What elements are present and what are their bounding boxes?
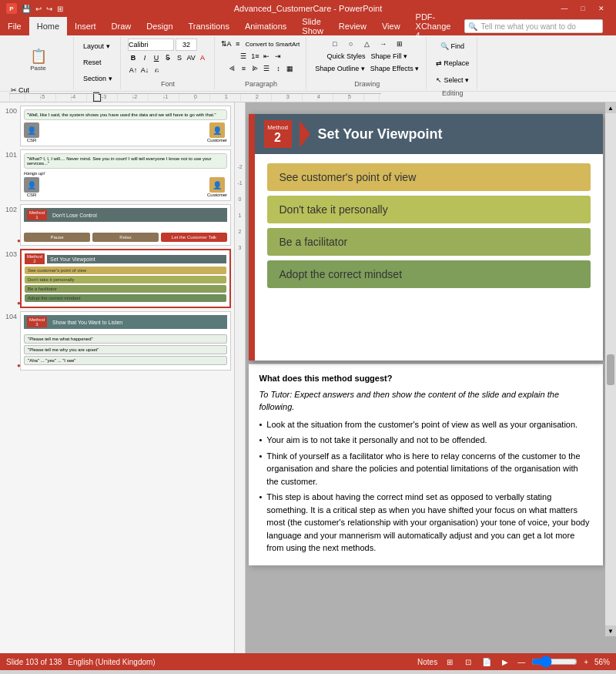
slide-item-102[interactable]: 102 Method 1 Don't Lose Control Pause Re… xyxy=(3,204,231,246)
shape-effects-button[interactable]: Shape Effects ▾ xyxy=(368,63,421,74)
quick-styles-button[interactable]: Quick Styles xyxy=(324,51,367,62)
section-button[interactable]: Section ▾ xyxy=(80,71,116,86)
shape-2[interactable]: ○ xyxy=(343,39,359,49)
select-button[interactable]: ↖ Select ▾ xyxy=(433,72,472,88)
tab-pdfxchange[interactable]: PDF-XChange 4 xyxy=(408,17,459,35)
reset-button[interactable]: Reset xyxy=(80,55,105,70)
expand-icon[interactable]: ⊞ xyxy=(55,5,65,13)
replace-button[interactable]: ⇄ Replace xyxy=(433,55,472,71)
arrange-button[interactable]: ⊞ xyxy=(392,39,407,49)
bold-button[interactable]: B xyxy=(128,52,139,63)
slide-thumb-100[interactable]: "Well, like I said, the system shows you… xyxy=(20,106,231,146)
main-slide-container[interactable]: Method 2 Set Your Viewpoint See customer… xyxy=(249,114,603,360)
paragraph-group: ⇅A ≡ Convert to SmartArt ☰ 1≡ ⇤ ⇥ ⫷ ≡ ⫸ … xyxy=(216,37,307,89)
slide-panel[interactable]: 100 "Well, like I said, the system shows… xyxy=(0,102,235,653)
close-button[interactable]: ✕ xyxy=(593,3,610,14)
scroll-down-button[interactable]: ▼ xyxy=(605,625,616,636)
italic-button[interactable]: I xyxy=(139,52,150,63)
paste-button[interactable]: 📋 Paste xyxy=(22,39,55,82)
slide-num-101: 101 xyxy=(3,149,17,201)
shape-outline-button[interactable]: Shape Outline ▾ xyxy=(313,63,367,74)
find-button[interactable]: 🔍 Find xyxy=(437,39,467,54)
slide102-header: Method 1 Don't Lose Control xyxy=(24,208,227,222)
tab-design[interactable]: Design xyxy=(139,17,180,35)
convert-smartart-button[interactable]: Convert to SmartArt xyxy=(244,39,302,49)
tab-review[interactable]: Review xyxy=(331,17,374,35)
ribbon-search[interactable]: 🔍 Tell me what you want to do xyxy=(464,19,603,33)
redo-icon[interactable]: ↪ xyxy=(45,5,54,13)
char-spacing-button[interactable]: AV xyxy=(186,52,196,63)
tab-draw[interactable]: Draw xyxy=(104,17,139,35)
pause-btn: Pause xyxy=(24,233,90,242)
align-center-button[interactable]: ≡ xyxy=(238,63,249,74)
zoom-plus[interactable]: + xyxy=(584,658,588,666)
slide-thumb-101[interactable]: "What? I, I, I will.... Never mind. See … xyxy=(20,149,231,201)
slide103-star: ● xyxy=(17,300,21,307)
layout-button[interactable]: Layout ▾ xyxy=(80,39,113,54)
scroll-thumb xyxy=(607,354,614,385)
share-button[interactable]: Share xyxy=(609,17,616,35)
slide103-badge: Method 2 xyxy=(25,253,45,264)
underline-button[interactable]: U xyxy=(151,52,162,63)
scroll-up-button[interactable]: ▲ xyxy=(605,102,616,113)
notes-label[interactable]: Notes xyxy=(417,658,437,666)
increase-font-button[interactable]: A↑ xyxy=(128,65,139,75)
drawing-group: □ ○ △ → ⊞ Quick Styles Shape Fill ▾ Shap… xyxy=(308,37,427,89)
vertical-scrollbar[interactable]: ▲ ▼ xyxy=(605,102,616,636)
shape-1[interactable]: □ xyxy=(327,39,343,49)
line-spacing-button[interactable]: ↕ xyxy=(273,63,283,74)
slideshow-icon[interactable]: ▶ xyxy=(499,656,511,667)
maximize-button[interactable]: □ xyxy=(574,3,591,14)
columns-button[interactable]: ▦ xyxy=(284,63,295,74)
shadow-button[interactable]: S xyxy=(174,52,185,63)
bullets-button[interactable]: ☰ xyxy=(238,51,249,62)
text-direction-button[interactable]: ⇅A xyxy=(221,39,232,49)
tab-slideshow[interactable]: Slide Show xyxy=(294,17,331,35)
zoom-level[interactable]: 56% xyxy=(594,658,610,666)
decrease-indent-button[interactable]: ⇤ xyxy=(261,51,272,62)
justify-button[interactable]: ☰ xyxy=(261,63,272,74)
normal-view-icon[interactable]: ⊞ xyxy=(444,656,456,667)
slide-item-100[interactable]: 100 "Well, like I said, the system shows… xyxy=(3,106,231,146)
slide-item-104[interactable]: 104 Method 3 Show that You Want to Liste… xyxy=(3,311,231,371)
strikethrough-button[interactable]: S̶ xyxy=(162,52,173,63)
tab-transitions[interactable]: Transitions xyxy=(181,17,237,35)
save-icon[interactable]: 💾 xyxy=(20,5,32,13)
slide-item-103[interactable]: 103 Method 2 Set Your Viewpoint See cust… xyxy=(3,249,231,308)
undo-icon[interactable]: ↩ xyxy=(34,5,43,13)
font-row xyxy=(128,39,197,51)
tab-insert[interactable]: Insert xyxy=(67,17,104,35)
shape-3[interactable]: △ xyxy=(360,39,375,49)
increase-indent-button[interactable]: ⇥ xyxy=(273,51,283,62)
minimize-button[interactable]: — xyxy=(556,3,573,14)
align-left-button[interactable]: ⫷ xyxy=(226,63,237,74)
bullet-4-dot: • xyxy=(259,491,263,555)
align-right-button[interactable]: ⫸ xyxy=(249,63,260,74)
slide-thumb-102[interactable]: Method 1 Don't Lose Control Pause Relax … xyxy=(20,204,231,246)
font-size-input[interactable] xyxy=(176,39,197,51)
tab-view[interactable]: View xyxy=(374,17,408,35)
align-text-button[interactable]: ≡ xyxy=(233,39,243,49)
shape-fill-button[interactable]: Shape Fill ▾ xyxy=(368,51,410,62)
reading-view-icon[interactable]: 📄 xyxy=(480,656,493,667)
notes-panel: What does this method suggest? To Tutor:… xyxy=(249,364,603,565)
slide104-bubble-3: "Aha" ... "yes" ... "I see" xyxy=(24,356,227,365)
shape-4[interactable]: → xyxy=(376,39,391,49)
decrease-font-button[interactable]: A↓ xyxy=(139,65,150,75)
tab-home[interactable]: Home xyxy=(29,17,67,35)
tab-file[interactable]: File xyxy=(0,17,29,35)
slide-item-101[interactable]: 101 "What? I, I, I will.... Never mind. … xyxy=(3,149,231,201)
tab-animations[interactable]: Animations xyxy=(237,17,294,35)
notes-bullet-1: • Look at the situation from the custome… xyxy=(259,418,592,431)
font-case-buttons: A↑ A↓ ⎌ xyxy=(128,65,162,75)
zoom-slider[interactable] xyxy=(531,658,578,666)
slide-thumb-104[interactable]: Method 3 Show that You Want to Listen "P… xyxy=(20,311,231,371)
slide-thumb-103[interactable]: Method 2 Set Your Viewpoint See customer… xyxy=(20,249,231,308)
numbering-button[interactable]: 1≡ xyxy=(249,51,260,62)
zoom-minus[interactable]: — xyxy=(517,658,525,666)
slide102-star: ● xyxy=(17,237,21,244)
clear-format-button[interactable]: ⎌ xyxy=(151,65,162,75)
font-name-input[interactable] xyxy=(128,39,174,51)
font-color-button[interactable]: A xyxy=(197,52,208,63)
slide-sorter-icon[interactable]: ⊡ xyxy=(462,656,474,667)
